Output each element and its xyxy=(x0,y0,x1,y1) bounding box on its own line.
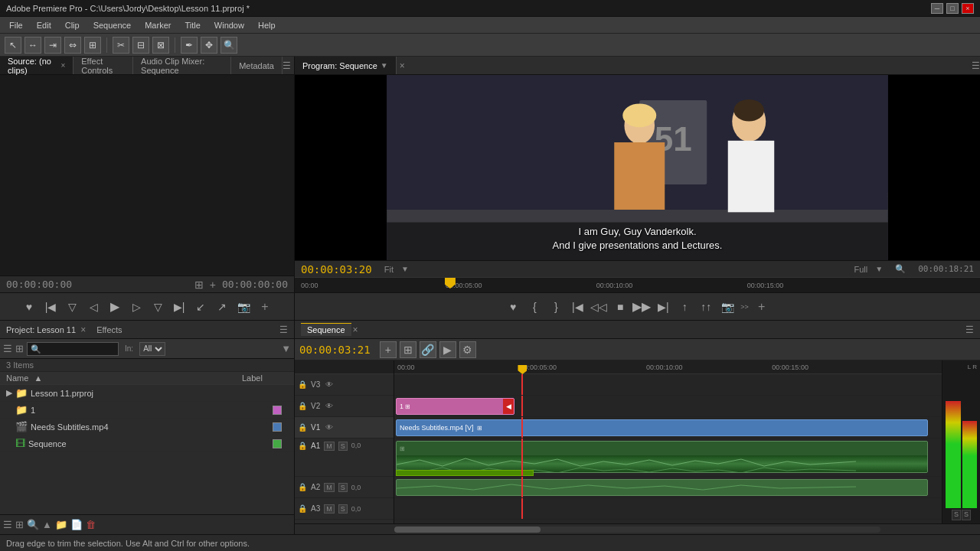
mute-btn-a1[interactable]: M xyxy=(324,442,335,451)
project-icon-view-icon[interactable]: ⊞ xyxy=(15,343,24,354)
sequence-panel-menu[interactable]: ☰ xyxy=(965,324,974,335)
prog-lift[interactable]: ↑ xyxy=(676,298,693,315)
slip-tool[interactable]: ⊟ xyxy=(132,37,149,54)
menu-sequence[interactable]: Sequence xyxy=(87,19,138,31)
list-item[interactable]: 🎞 Sequence xyxy=(0,435,294,452)
rate-stretch-tool[interactable]: ⊞ xyxy=(84,37,101,54)
source-add-marker[interactable]: ♥ xyxy=(21,298,38,315)
source-export-frame[interactable]: 📷 xyxy=(235,298,252,315)
prog-extract[interactable]: ↑↑ xyxy=(697,298,714,315)
footer-new-item[interactable]: 📄 xyxy=(70,519,83,530)
source-step-back[interactable]: ▽ xyxy=(64,298,80,315)
clip-v2-1[interactable]: 1 ⊞ ◀ xyxy=(396,398,514,415)
tl-link[interactable]: 🔗 xyxy=(420,341,436,358)
tab-source[interactable]: Source: (no clips) × xyxy=(0,57,74,74)
audio-volume-bar[interactable] xyxy=(396,470,534,476)
meter-btn-r[interactable]: S xyxy=(962,510,971,520)
source-next-frame[interactable]: ▷ xyxy=(128,298,145,315)
timeline-tracks-area[interactable]: 00:00 00:00:05:00 00:00:10:00 00:00:15:0… xyxy=(394,360,942,523)
source-prev-frame[interactable]: ◁ xyxy=(85,298,102,315)
list-item[interactable]: 📁 1 xyxy=(0,402,294,419)
timeline-scrollbar[interactable] xyxy=(295,523,980,534)
lock-icon-a2[interactable]: 🔒 xyxy=(298,483,307,491)
tab-source-close[interactable]: × xyxy=(60,61,65,70)
maximize-button[interactable]: □ xyxy=(946,3,959,14)
slide-tool[interactable]: ⊠ xyxy=(152,37,169,54)
prog-prev-frame[interactable]: ◁◁ xyxy=(590,298,607,315)
footer-search[interactable]: 🔍 xyxy=(27,519,39,530)
source-go-in[interactable]: |◀ xyxy=(42,298,59,315)
zoom-tool[interactable]: 🔍 xyxy=(220,37,237,54)
hand-tool[interactable]: ✥ xyxy=(201,37,217,54)
in-select[interactable]: All xyxy=(139,342,165,356)
menu-marker[interactable]: Marker xyxy=(139,19,177,31)
source-step-fwd[interactable]: ▽ xyxy=(149,298,166,315)
tab-metadata[interactable]: Metadata xyxy=(231,57,283,74)
rolling-edit-tool[interactable]: ⇔ xyxy=(64,37,81,54)
menu-clip[interactable]: Clip xyxy=(59,19,86,31)
menu-help[interactable]: Help xyxy=(252,19,282,31)
prog-export-frame[interactable]: 📷 xyxy=(719,298,736,315)
eye-icon-v3[interactable]: 👁 xyxy=(325,380,333,389)
menu-edit[interactable]: Edit xyxy=(31,19,57,31)
mute-btn-a2[interactable]: M xyxy=(324,483,335,492)
track-select-tool[interactable]: ↔ xyxy=(24,37,41,54)
prog-add-marker[interactable]: ♥ xyxy=(505,298,521,315)
razor-tool[interactable]: ✂ xyxy=(113,37,129,54)
prog-expand[interactable]: >> xyxy=(740,303,749,311)
fit-dropdown[interactable]: ▼ xyxy=(401,265,409,273)
mute-btn-a3[interactable]: M xyxy=(324,504,335,514)
eye-icon-v1[interactable]: 👁 xyxy=(325,423,333,432)
sequence-tab[interactable]: Sequence xyxy=(301,323,351,336)
solo-btn-a2[interactable]: S xyxy=(338,483,348,492)
tl-add-track[interactable]: ▶ xyxy=(439,341,456,358)
menu-file[interactable]: File xyxy=(3,19,29,31)
project-panel-menu[interactable]: ☰ xyxy=(279,324,288,335)
tab-program[interactable]: Program: Sequence ▼ xyxy=(295,57,397,74)
pen-tool[interactable]: ✒ xyxy=(181,37,198,54)
source-overwrite[interactable]: ↗ xyxy=(214,298,230,315)
list-item[interactable]: 🎬 Needs Subtitles.mp4 xyxy=(0,419,294,435)
footer-up[interactable]: ▲ xyxy=(42,519,52,530)
prog-play[interactable]: ▶▶ xyxy=(633,298,650,315)
tab-effects[interactable]: Effects xyxy=(96,325,122,334)
footer-icon-view[interactable]: ⊞ xyxy=(15,519,24,530)
zoom-icon[interactable]: 🔍 xyxy=(895,264,906,274)
program-close[interactable]: × xyxy=(400,60,405,71)
source-panel-menu[interactable]: ☰ xyxy=(283,60,291,71)
tl-snap[interactable]: ⊞ xyxy=(400,341,416,358)
tab-audio-clip-mixer[interactable]: Audio Clip Mixer: Sequence xyxy=(133,57,231,74)
project-sort-icon[interactable]: ▼ xyxy=(281,343,291,354)
audio-clip-a1[interactable]: ⊞ xyxy=(396,441,928,473)
audio-clip-a2[interactable] xyxy=(396,479,928,496)
prog-stop[interactable]: ■ xyxy=(612,298,629,315)
lock-icon-v2[interactable]: 🔒 xyxy=(298,402,307,410)
lock-icon-v3[interactable]: 🔒 xyxy=(298,380,307,389)
source-add-btn[interactable]: + xyxy=(256,298,273,315)
program-panel-menu[interactable]: ☰ xyxy=(972,60,980,71)
project-search-input[interactable] xyxy=(27,342,119,356)
eye-icon-v2[interactable]: 👁 xyxy=(325,402,333,410)
lock-icon-v1[interactable]: 🔒 xyxy=(298,423,307,432)
quality-dropdown[interactable]: ▼ xyxy=(875,265,883,273)
prog-add-btn[interactable]: + xyxy=(753,298,770,315)
menu-window[interactable]: Window xyxy=(208,19,250,31)
tl-settings[interactable]: ⚙ xyxy=(459,341,476,358)
clip-v1-needs-subtitles[interactable]: Needs Subtitles.mp4 [V] ⊞ xyxy=(396,419,928,436)
project-list-view-icon[interactable]: ☰ xyxy=(3,343,12,354)
tab-effect-controls[interactable]: Effect Controls xyxy=(74,57,133,74)
menu-title[interactable]: Title xyxy=(178,19,206,31)
prog-go-in[interactable]: |◀ xyxy=(569,298,586,315)
source-play[interactable]: ▶ xyxy=(106,298,123,315)
footer-delete[interactable]: 🗑 xyxy=(86,519,96,530)
prog-mark-out[interactable]: } xyxy=(547,298,564,315)
meter-btn-l[interactable]: S xyxy=(952,510,961,520)
minimize-button[interactable]: ─ xyxy=(931,3,943,14)
selection-tool[interactable]: ↖ xyxy=(5,37,21,54)
lock-icon-a1[interactable]: 🔒 xyxy=(298,442,307,450)
source-go-out[interactable]: ▶| xyxy=(171,298,188,315)
solo-btn-a3[interactable]: S xyxy=(338,504,348,514)
footer-new-folder[interactable]: 📁 xyxy=(55,519,67,530)
solo-btn-a1[interactable]: S xyxy=(338,442,348,451)
sequence-close[interactable]: × xyxy=(353,324,358,335)
